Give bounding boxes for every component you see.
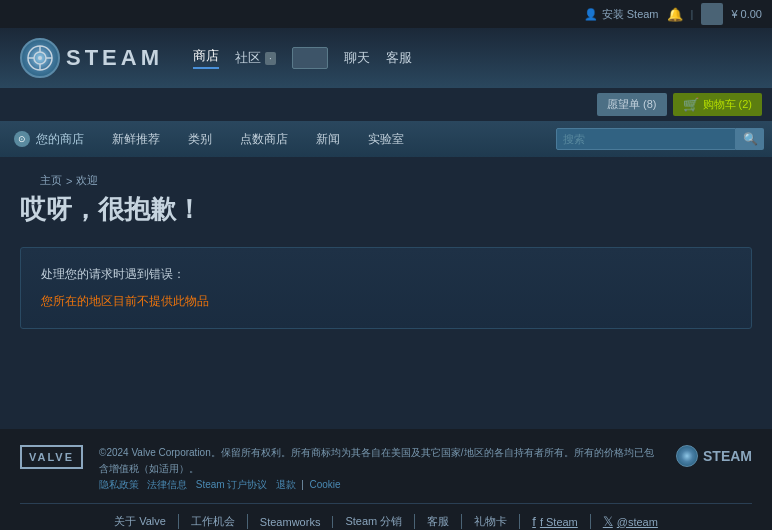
store-nav-points[interactable]: 点数商店 xyxy=(226,121,302,157)
store-nav-new[interactable]: 新鲜推荐 xyxy=(98,121,174,157)
wallet-balance: ¥ 0.00 xyxy=(731,8,762,20)
footer-facebook[interactable]: f f Steam xyxy=(520,514,591,529)
nav-support-link[interactable]: 客服 xyxy=(386,49,412,67)
footer-refunds-link[interactable]: 退款 xyxy=(276,479,296,490)
footer-twitter-label: @steam xyxy=(617,516,658,528)
notification-bell-icon[interactable]: 🔔 xyxy=(667,7,683,22)
install-label: 安装 Steam xyxy=(602,7,659,22)
twitter-icon: 𝕏 xyxy=(603,514,613,529)
store-nav-new-label: 新鲜推荐 xyxy=(112,131,160,148)
footer-jobs[interactable]: 工作机会 xyxy=(179,514,248,529)
footer-support-link[interactable]: 客服 xyxy=(415,514,462,529)
footer-cookies-link[interactable]: Cookie xyxy=(309,479,340,490)
footer-about-valve[interactable]: 关于 Valve xyxy=(102,514,179,529)
footer-gift-cards[interactable]: 礼物卡 xyxy=(462,514,520,529)
store-nav-yours-label: 您的商店 xyxy=(36,131,84,148)
footer-twitter[interactable]: 𝕏 @steam xyxy=(591,514,670,529)
store-nav-lab-label: 实验室 xyxy=(368,131,404,148)
cart-button[interactable]: 🛒 购物车 (2) xyxy=(673,93,763,116)
yours-icon: ⊙ xyxy=(14,131,30,147)
main-content: 主页 > 欢迎 哎呀，很抱歉！ 处理您的请求时遇到错误： 您所在的地区目前不提供… xyxy=(0,157,772,369)
footer-links: 关于 Valve 工作机会 Steamworks Steam 分销 客服 礼物卡… xyxy=(20,503,752,529)
footer-agreement-link[interactable]: Steam 订户协议 xyxy=(196,479,268,490)
store-nav-categories[interactable]: 类别 xyxy=(174,121,226,157)
nav-community-link[interactable]: 社区 xyxy=(235,49,261,67)
breadcrumb-home[interactable]: 主页 xyxy=(40,173,62,188)
cart-label: 购物车 (2) xyxy=(703,97,753,112)
breadcrumb: 主页 > 欢迎 xyxy=(20,165,752,192)
header-input-box xyxy=(292,47,328,69)
nav-community-wrap: 社区 · xyxy=(235,49,276,67)
footer-steamworks[interactable]: Steamworks xyxy=(248,516,334,528)
footer: VALVE ©2024 Valve Corporation。保留所有权利。所有商… xyxy=(0,429,772,530)
footer-steam-dist[interactable]: Steam 分销 xyxy=(333,514,415,529)
store-nav-categories-label: 类别 xyxy=(188,131,212,148)
footer-steam-text: STEAM xyxy=(703,448,752,464)
footer-facebook-label: f Steam xyxy=(540,516,578,528)
store-nav-lab[interactable]: 实验室 xyxy=(354,121,418,157)
store-nav-left: ⊙ 您的商店 新鲜推荐 类别 点数商店 新闻 实验室 xyxy=(0,121,418,157)
search-button[interactable]: 🔍 xyxy=(736,128,764,150)
user-avatar[interactable] xyxy=(701,3,723,25)
valve-logo: VALVE xyxy=(20,445,83,469)
footer-steam-logo: STEAM xyxy=(676,445,752,467)
error-region-link[interactable]: 您所在的地区目前不提供此物品 xyxy=(41,294,209,308)
wishlist-button[interactable]: 愿望单 (8) xyxy=(597,93,667,116)
store-nav: ⊙ 您的商店 新鲜推荐 类别 点数商店 新闻 实验室 🔍 xyxy=(0,121,772,157)
community-badge: · xyxy=(265,52,276,65)
header-nav: 商店 社区 · 聊天 客服 xyxy=(193,47,412,69)
top-bar: 👤 安装 Steam 🔔 | ¥ 0.00 xyxy=(0,0,772,28)
error-description: 处理您的请求时遇到错误： xyxy=(41,266,731,283)
store-nav-yours[interactable]: ⊙ 您的商店 xyxy=(0,121,98,157)
install-steam-link[interactable]: 👤 安装 Steam xyxy=(584,7,659,22)
footer-copyright-text: ©2024 Valve Corporation。保留所有权利。所有商标均为其各自… xyxy=(99,447,653,474)
steam-logo-icon xyxy=(20,38,60,78)
store-search-form: 🔍 xyxy=(548,121,772,157)
footer-top: VALVE ©2024 Valve Corporation。保留所有权利。所有商… xyxy=(20,445,752,493)
store-nav-points-label: 点数商店 xyxy=(240,131,288,148)
cart-icon: 🛒 xyxy=(683,97,699,112)
error-box: 处理您的请求时遇到错误： 您所在的地区目前不提供此物品 xyxy=(20,247,752,329)
footer-legal-link[interactable]: 法律信息 xyxy=(147,479,187,490)
footer-privacy-link[interactable]: 隐私政策 xyxy=(99,479,139,490)
steam-logo-text: STEAM xyxy=(66,45,163,71)
store-nav-news-label: 新闻 xyxy=(316,131,340,148)
footer-copyright: ©2024 Valve Corporation。保留所有权利。所有商标均为其各自… xyxy=(99,445,660,493)
site-header: STEAM 商店 社区 · 聊天 客服 xyxy=(0,28,772,88)
facebook-icon: f xyxy=(532,514,536,529)
nav-chat-link[interactable]: 聊天 xyxy=(344,49,370,67)
page-title: 哎呀，很抱歉！ xyxy=(20,192,752,227)
footer-steam-circle-icon xyxy=(676,445,698,467)
breadcrumb-current: 欢迎 xyxy=(76,173,98,188)
store-nav-news[interactable]: 新闻 xyxy=(302,121,354,157)
search-input[interactable] xyxy=(556,128,736,150)
nav-store-link[interactable]: 商店 xyxy=(193,47,219,69)
svg-point-2 xyxy=(38,56,42,60)
person-icon: 👤 xyxy=(584,8,598,21)
wish-cart-bar: 愿望单 (8) 🛒 购物车 (2) xyxy=(0,88,772,121)
steam-logo-wrap: STEAM xyxy=(20,38,163,78)
divider: | xyxy=(691,8,694,20)
breadcrumb-separator: > xyxy=(66,175,72,187)
